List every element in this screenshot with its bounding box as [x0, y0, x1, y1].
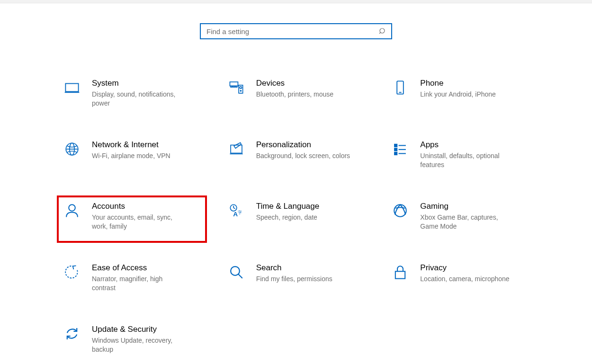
tile-title: Ease of Access — [92, 263, 200, 273]
tile-ease-of-access[interactable]: Ease of Access Narrator, magnifier, high… — [57, 257, 207, 304]
svg-line-1 — [379, 33, 381, 34]
person-icon — [63, 201, 81, 220]
tile-desc: Windows Update, recovery, backup — [92, 336, 187, 354]
tile-devices[interactable]: Devices Bluetooth, printers, mouse — [221, 72, 371, 120]
svg-point-31 — [231, 266, 240, 275]
tile-desc: Uninstall, defaults, optional features — [420, 151, 515, 169]
tile-desc: Narrator, magnifier, high contrast — [92, 275, 187, 293]
tile-network-internet[interactable]: Network & Internet Wi-Fi, airplane mode,… — [57, 134, 207, 181]
tile-apps[interactable]: Apps Uninstall, defaults, optional featu… — [385, 134, 535, 181]
ease-of-access-icon — [63, 263, 81, 282]
devices-icon — [227, 78, 246, 97]
apps-icon — [391, 140, 410, 159]
tile-title: Gaming — [420, 201, 529, 212]
search-icon — [379, 27, 386, 35]
tile-time-language[interactable]: A 字 Time & Language Speech, region, date — [221, 195, 371, 243]
tile-title: Phone — [420, 78, 529, 89]
settings-search-box[interactable] — [200, 23, 392, 39]
svg-point-10 — [240, 90, 241, 91]
svg-rect-4 — [230, 82, 238, 86]
window-titlebar-strip — [0, 0, 592, 3]
system-icon — [63, 78, 81, 97]
tile-desc: Link your Android, iPhone — [420, 90, 515, 99]
magnifier-icon — [227, 263, 246, 282]
tile-desc: Find my files, permissions — [256, 275, 351, 284]
lock-icon — [391, 263, 410, 282]
svg-line-27 — [233, 208, 235, 209]
svg-rect-19 — [395, 148, 397, 151]
tile-title: Network & Internet — [92, 140, 200, 150]
phone-icon — [391, 78, 410, 97]
tile-title: Search — [256, 263, 365, 273]
sync-icon — [63, 324, 81, 343]
tile-title: Update & Security — [92, 324, 200, 335]
svg-rect-6 — [233, 86, 234, 88]
settings-category-grid: System Display, sound, notifications, po… — [57, 72, 535, 364]
tile-title: Devices — [256, 78, 365, 89]
svg-rect-20 — [395, 152, 397, 155]
svg-rect-18 — [395, 144, 397, 147]
tile-desc: Wi-Fi, airplane mode, VPN — [92, 151, 187, 160]
svg-line-32 — [238, 274, 242, 278]
svg-text:字: 字 — [238, 210, 242, 215]
tile-title: Personalization — [256, 140, 365, 150]
tile-desc: Location, camera, microphone — [420, 275, 515, 284]
personalization-icon — [227, 140, 246, 159]
tile-desc: Xbox Game Bar, captures, Game Mode — [420, 213, 515, 231]
tile-title: Time & Language — [256, 201, 365, 212]
svg-point-24 — [69, 204, 75, 211]
svg-rect-16 — [231, 145, 242, 153]
tile-desc: Bluetooth, printers, mouse — [256, 90, 351, 99]
tile-gaming[interactable]: Gaming Xbox Game Bar, captures, Game Mod… — [385, 195, 535, 243]
tile-desc: Speech, region, date — [256, 213, 351, 222]
tile-search[interactable]: Search Find my files, permissions — [221, 257, 371, 304]
globe-icon — [63, 140, 81, 159]
tile-privacy[interactable]: Privacy Location, camera, microphone — [385, 257, 535, 304]
tile-update-security[interactable]: Update & Security Windows Update, recove… — [57, 319, 207, 364]
tile-personalization[interactable]: Personalization Background, lock screen,… — [221, 134, 371, 181]
gaming-icon — [391, 201, 410, 220]
svg-rect-5 — [231, 86, 232, 88]
search-input[interactable] — [206, 27, 379, 36]
tile-phone[interactable]: Phone Link your Android, iPhone — [385, 72, 535, 120]
time-language-icon: A 字 — [227, 201, 246, 220]
tile-title: Accounts — [92, 201, 200, 212]
svg-rect-33 — [395, 271, 405, 278]
svg-rect-2 — [65, 84, 78, 92]
svg-text:A: A — [233, 211, 238, 218]
tile-accounts[interactable]: Accounts Your accounts, email, sync, wor… — [57, 195, 207, 243]
tile-title: System — [92, 78, 200, 89]
tile-title: Privacy — [420, 263, 529, 273]
tile-desc: Your accounts, email, sync, work, family — [92, 213, 187, 231]
tile-system[interactable]: System Display, sound, notifications, po… — [57, 72, 207, 120]
tile-desc: Background, lock screen, colors — [256, 151, 351, 160]
svg-point-9 — [240, 87, 242, 89]
tile-title: Apps — [420, 140, 529, 150]
svg-rect-7 — [235, 86, 237, 88]
tile-desc: Display, sound, notifications, power — [92, 90, 187, 108]
